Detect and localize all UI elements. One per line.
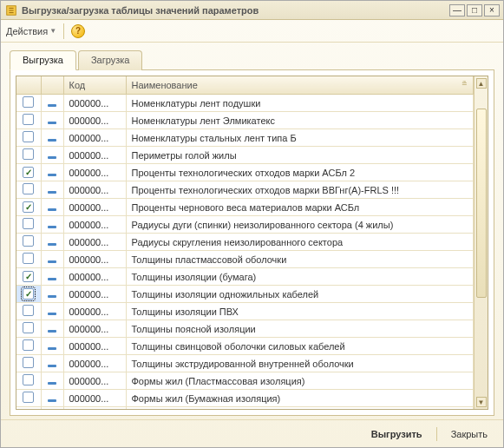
close-footer-button[interactable]: Закрыть — [444, 426, 494, 442]
row-marker — [41, 147, 63, 164]
row-code: 000000... — [63, 129, 126, 147]
table-row[interactable]: 000000...Номенклатуры стальных лент типа… — [16, 129, 474, 147]
row-name: Толщины экструдированной внутренней обол… — [126, 355, 474, 372]
row-name: Проценты чернового веса материалов марки… — [126, 199, 474, 216]
row-checkbox[interactable] — [23, 322, 34, 333]
table-row[interactable]: 000000...Формы жил (Бумажная изоляция) — [16, 390, 474, 407]
row-code: 000000... — [63, 268, 126, 286]
row-checkbox[interactable] — [23, 374, 34, 385]
table-row[interactable]: 000000...Толщины экструдированной внутре… — [16, 355, 474, 372]
table-row[interactable]: 000000...Формы жил (Пластмассовая изоляц… — [16, 372, 474, 390]
row-checkbox[interactable] — [23, 288, 34, 300]
table-row[interactable]: 000000...Проценты чернового веса материа… — [16, 199, 474, 216]
row-marker — [41, 234, 63, 251]
row-name: Проценты технологических отходов марки В… — [126, 181, 474, 199]
actions-menu[interactable]: Действия ▼ — [6, 26, 56, 36]
row-code: 000000... — [63, 303, 126, 320]
table-row[interactable]: 000000...Проценты технологических отходо… — [16, 181, 474, 199]
row-code: 000000... — [63, 199, 126, 216]
table-row[interactable]: 000000...Толщины пластмассовой оболочки — [16, 251, 474, 268]
dash-icon — [48, 382, 56, 385]
row-code: 000000... — [63, 390, 126, 407]
dash-icon — [48, 295, 56, 298]
row-marker — [41, 338, 63, 355]
toolbar-separator — [63, 23, 64, 39]
app-icon — [4, 3, 18, 17]
dash-icon — [48, 278, 56, 280]
row-name: Номенклатуры лент Элмикатекс — [126, 112, 474, 129]
row-checkbox[interactable] — [23, 392, 34, 403]
row-checkbox[interactable] — [23, 201, 34, 213]
row-marker — [41, 390, 63, 407]
table-row[interactable]: 000000...Радиусы скругления неизолирован… — [16, 234, 474, 251]
row-checkbox[interactable] — [23, 235, 34, 247]
row-checkbox[interactable] — [23, 253, 34, 264]
row-code: 000000... — [63, 147, 126, 164]
row-marker — [41, 286, 63, 303]
table-row[interactable]: 000000...Проценты технологических отходо… — [16, 164, 474, 181]
row-marker — [41, 129, 63, 147]
column-name[interactable]: Наименование ≞ — [126, 76, 474, 95]
row-checkbox[interactable] — [23, 167, 34, 178]
tab-0[interactable]: Выгрузка — [10, 50, 76, 70]
row-name: Формы жил (Пластмассовая изоляция) — [126, 372, 474, 390]
row-code: 000000... — [63, 234, 126, 251]
scroll-up-icon[interactable]: ▲ — [476, 78, 487, 89]
table-row[interactable]: 000000...Номенклатуры лент подушки — [16, 95, 474, 112]
export-button[interactable]: Выгрузить — [364, 426, 429, 442]
row-checkbox[interactable] — [23, 183, 34, 194]
row-checkbox[interactable] — [23, 148, 34, 160]
row-checkbox[interactable] — [23, 271, 34, 282]
window-title: Выгрузка/загрузка таблицы значений парам… — [22, 5, 448, 16]
row-checkbox[interactable] — [23, 218, 34, 229]
row-marker — [41, 372, 63, 390]
table-row[interactable]: 000000...Толщины поясной изоляции — [16, 320, 474, 338]
row-checkbox[interactable] — [23, 96, 34, 108]
dash-icon — [48, 174, 56, 176]
minimize-button[interactable]: — — [449, 4, 465, 16]
row-code: 000000... — [63, 407, 126, 410]
table-row[interactable]: 000000...Ширины лент подушки — [16, 407, 474, 410]
row-marker — [41, 251, 63, 268]
table-row[interactable]: 000000...Толщины изоляции (бумага) — [16, 268, 474, 286]
row-code: 000000... — [63, 338, 126, 355]
row-checkbox[interactable] — [23, 339, 34, 351]
column-marker[interactable] — [41, 76, 63, 95]
row-checkbox[interactable] — [23, 114, 34, 125]
help-icon[interactable]: ? — [71, 24, 85, 38]
table-row[interactable]: 000000...Толщины изоляции одножильных ка… — [16, 286, 474, 303]
dash-icon — [48, 122, 56, 124]
table-row[interactable]: 000000...Толщины свинцовой оболочки сило… — [16, 338, 474, 355]
table-row[interactable]: 000000...Толщины изоляции ПВХ — [16, 303, 474, 320]
row-marker — [41, 112, 63, 129]
row-checkbox[interactable] — [23, 131, 34, 142]
vertical-scrollbar[interactable]: ▲ ▼ — [474, 76, 488, 409]
table-row[interactable]: 000000...Периметры голой жилы — [16, 147, 474, 164]
actions-label: Действия — [6, 26, 48, 36]
row-checkbox[interactable] — [23, 357, 34, 368]
close-button[interactable]: × — [484, 4, 500, 16]
row-name: Радиусы дуги (спинки) неизолированного с… — [126, 216, 474, 234]
column-name-label: Наименование — [132, 80, 198, 90]
row-checkbox[interactable] — [23, 305, 34, 316]
column-code[interactable]: Код — [63, 76, 126, 95]
dash-icon — [48, 260, 56, 263]
row-marker — [41, 181, 63, 199]
row-marker — [41, 355, 63, 372]
scroll-down-icon[interactable]: ▼ — [476, 397, 487, 407]
row-marker — [41, 268, 63, 286]
tab-1[interactable]: Загрузка — [78, 50, 142, 70]
scroll-track[interactable] — [476, 90, 487, 395]
row-marker — [41, 320, 63, 338]
table-row[interactable]: 000000...Номенклатуры лент Элмикатекс — [16, 112, 474, 129]
row-code: 000000... — [63, 95, 126, 112]
table-row[interactable]: 000000...Радиусы дуги (спинки) неизолиро… — [16, 216, 474, 234]
dash-icon — [48, 104, 56, 107]
scroll-thumb[interactable] — [476, 109, 487, 298]
dash-icon — [48, 191, 56, 194]
maximize-button[interactable]: □ — [467, 4, 482, 16]
row-name: Номенклатуры лент подушки — [126, 95, 474, 112]
dash-icon — [48, 330, 56, 333]
column-checkbox[interactable] — [16, 76, 41, 95]
row-code: 000000... — [63, 112, 126, 129]
